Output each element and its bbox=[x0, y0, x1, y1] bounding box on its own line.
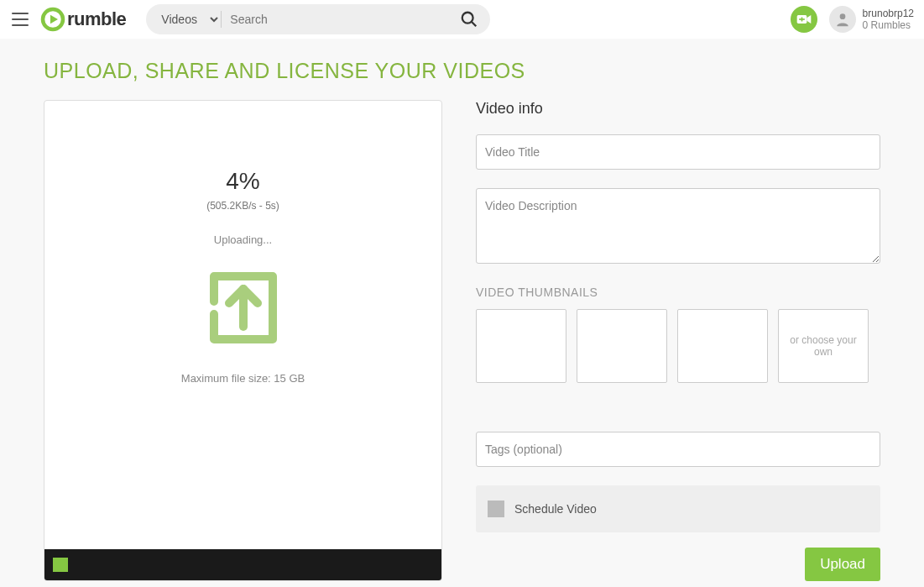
thumbnail-option[interactable] bbox=[677, 309, 768, 383]
schedule-checkbox[interactable] bbox=[488, 501, 504, 517]
user-info: brunobrp12 0 Rumbles bbox=[863, 8, 914, 31]
search-button[interactable] bbox=[460, 10, 478, 29]
progress-bar bbox=[44, 549, 441, 580]
avatar bbox=[829, 6, 856, 33]
schedule-label: Schedule Video bbox=[514, 502, 597, 516]
max-file-text: Maximum file size: 15 GB bbox=[181, 372, 305, 385]
user-menu[interactable]: brunobrp12 0 Rumbles bbox=[829, 6, 914, 33]
thumbnails-row: or choose your own bbox=[476, 309, 880, 383]
logo-text: rumble bbox=[67, 8, 126, 30]
play-logo-icon bbox=[40, 7, 65, 32]
person-icon bbox=[834, 11, 851, 28]
svg-point-6 bbox=[839, 13, 845, 19]
thumbnail-choose-own[interactable]: or choose your own bbox=[778, 309, 869, 383]
upload-status: Uploading... bbox=[214, 233, 272, 246]
thumbnails-label: VIDEO THUMBNAILS bbox=[476, 286, 880, 299]
columns: 4% (505.2KB/s - 5s) Uploading... Maximum… bbox=[44, 100, 880, 581]
upload-inner: 4% (505.2KB/s - 5s) Uploading... Maximum… bbox=[44, 101, 441, 502]
upload-icon-wrap bbox=[206, 268, 281, 355]
thumbnail-option[interactable] bbox=[577, 309, 667, 383]
video-info-column: Video info VIDEO THUMBNAILS or choose yo… bbox=[476, 100, 880, 581]
page: UPLOAD, SHARE AND LICENSE YOUR VIDEOS 4%… bbox=[0, 39, 924, 587]
video-description-input[interactable] bbox=[476, 188, 880, 264]
page-title: UPLOAD, SHARE AND LICENSE YOUR VIDEOS bbox=[44, 59, 880, 83]
search-type-select[interactable]: Videos bbox=[158, 11, 222, 28]
video-info-title: Video info bbox=[476, 100, 880, 118]
rumbles-count: 0 Rumbles bbox=[863, 19, 914, 31]
menu-icon[interactable] bbox=[10, 9, 30, 29]
search-icon bbox=[460, 10, 478, 29]
upload-button[interactable]: Upload bbox=[805, 548, 880, 581]
video-title-input[interactable] bbox=[476, 134, 880, 170]
header-right: brunobrp12 0 Rumbles bbox=[791, 6, 914, 33]
svg-line-2 bbox=[472, 22, 477, 27]
search-input[interactable] bbox=[222, 13, 460, 26]
progress-fill bbox=[53, 558, 68, 572]
logo[interactable]: rumble bbox=[40, 7, 126, 32]
upload-percent: 4% bbox=[226, 168, 259, 195]
schedule-row: Schedule Video bbox=[476, 485, 880, 532]
upload-dropzone[interactable]: 4% (505.2KB/s - 5s) Uploading... Maximum… bbox=[44, 100, 442, 581]
tags-input[interactable] bbox=[476, 432, 880, 467]
username: brunobrp12 bbox=[863, 8, 914, 19]
search-bar: Videos bbox=[146, 4, 490, 34]
upload-arrow-icon bbox=[206, 268, 281, 352]
header: rumble Videos bbox=[0, 0, 924, 39]
svg-rect-5 bbox=[799, 18, 805, 20]
thumbnail-option[interactable] bbox=[476, 309, 566, 383]
plus-video-icon bbox=[796, 11, 812, 28]
svg-point-1 bbox=[462, 13, 473, 24]
upload-speed: (505.2KB/s - 5s) bbox=[206, 200, 279, 212]
add-video-button[interactable] bbox=[791, 6, 817, 33]
